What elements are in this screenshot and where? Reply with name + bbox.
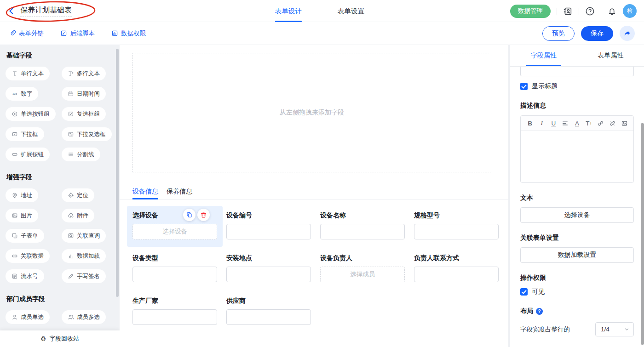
field-input[interactable]: [226, 267, 311, 282]
tab-form-settings[interactable]: 表单设置: [338, 0, 364, 22]
field-picker[interactable]: 选择成员: [320, 267, 405, 282]
palette-field-关联查询[interactable]: 关联查询: [62, 229, 106, 243]
field-input[interactable]: [132, 267, 217, 282]
header-left: 保养计划基础表: [7, 6, 72, 17]
palette-field-日期时间[interactable]: 日期时间: [62, 87, 106, 101]
underline-icon[interactable]: U: [550, 120, 557, 127]
palette-field-地址[interactable]: 地址: [6, 188, 38, 202]
bold-icon[interactable]: B: [526, 120, 534, 127]
palette-field-流水号[interactable]: 流水号: [6, 269, 44, 283]
help-icon[interactable]: [585, 6, 595, 16]
palette-field-下拉框[interactable]: 下拉框: [6, 127, 44, 141]
editor-textarea[interactable]: [521, 131, 633, 182]
palette-field-数字[interactable]: 123数字: [6, 87, 38, 101]
field-label: 设备负责人: [320, 253, 405, 262]
toolbar-link-数据权限[interactable]: 数据权限: [111, 29, 146, 38]
insert-link-icon[interactable]: [597, 120, 604, 127]
sidebar-scrollbar[interactable]: [116, 49, 119, 297]
italic-icon[interactable]: I: [538, 119, 546, 127]
layout-section-title: 布局 ?: [520, 307, 634, 315]
data-manage-button[interactable]: 数据管理: [510, 5, 551, 18]
remove-link-icon[interactable]: [609, 120, 616, 127]
section-title: 部门成员字段: [6, 295, 120, 303]
palette-field-手写签名[interactable]: 手写签名: [62, 269, 106, 283]
tab-maintenance-info[interactable]: 保养信息: [167, 186, 192, 199]
text-icon: [12, 70, 18, 77]
preview-button[interactable]: 预览: [542, 26, 575, 41]
toolbar-link-label: 数据权限: [121, 29, 146, 38]
field-title-input-partial[interactable]: [520, 67, 634, 76]
recycle-label: 字段回收站: [49, 335, 79, 343]
canvas-field-生产厂家[interactable]: 生产厂家: [132, 296, 217, 325]
top-header: 保养计划基础表 表单设计 表单设置 数据管理 检: [0, 0, 644, 22]
save-button[interactable]: 保存: [581, 26, 613, 41]
field-input[interactable]: [320, 224, 405, 239]
palette-field-扩展按钮[interactable]: 扩展按钮: [6, 148, 50, 161]
tab-form-design[interactable]: 表单设计: [275, 0, 302, 22]
width-fraction-select[interactable]: 1/4: [595, 322, 634, 336]
divider: [557, 8, 557, 15]
tab-device-info[interactable]: 设备信息: [132, 186, 158, 199]
canvas-field-设备类型[interactable]: 设备类型: [132, 253, 217, 282]
field-input[interactable]: [226, 224, 311, 239]
palette-field-子表单[interactable]: 子表单: [6, 229, 44, 243]
palette-field-关联数据[interactable]: 关联数据: [6, 249, 50, 263]
field-input[interactable]: [132, 309, 217, 325]
canvas-field-负责人联系方式[interactable]: 负责人联系方式: [414, 253, 499, 282]
palette-field-分割线[interactable]: 分割线: [62, 148, 100, 161]
font-color-icon[interactable]: A: [574, 120, 581, 127]
canvas-field-设备名称[interactable]: 设备名称: [320, 210, 405, 239]
field-recycle-bin[interactable]: ♻ 字段回收站: [0, 330, 120, 347]
tab-form-properties[interactable]: 表单属性: [577, 45, 644, 66]
palette-field-定位[interactable]: 定位: [62, 188, 94, 202]
delete-field-button[interactable]: [197, 209, 210, 221]
form-designer-app: 保养计划基础表 表单设计 表单设置 数据管理 检: [0, 0, 644, 347]
palette-field-下拉复选框[interactable]: 下拉复选框: [62, 127, 112, 141]
select-icon: [12, 131, 18, 137]
align-icon[interactable]: [562, 120, 569, 127]
field-picker[interactable]: 选择设备: [132, 224, 217, 239]
insert-image-icon[interactable]: [621, 120, 628, 127]
canvas-field-安装地点[interactable]: 安装地点: [226, 253, 311, 282]
avatar[interactable]: 检: [623, 4, 637, 18]
canvas-field-设备负责人[interactable]: 设备负责人选择成员: [320, 253, 405, 282]
page-title[interactable]: 保养计划基础表: [20, 6, 72, 17]
select-device-button[interactable]: 选择设备: [520, 207, 634, 223]
visible-checkbox[interactable]: [520, 288, 528, 296]
header-actions: 数据管理 检: [510, 0, 637, 22]
palette-field-多行文本[interactable]: 多行文本: [62, 67, 106, 80]
palette-field-label: 子表单: [21, 232, 38, 240]
palette-field-附件[interactable]: 附件: [62, 209, 94, 222]
canvas-field-设备编号[interactable]: 设备编号: [226, 210, 311, 239]
canvas-field-供应商[interactable]: 供应商: [226, 296, 311, 325]
toolbar-link-后端脚本[interactable]: 后端脚本: [60, 29, 95, 38]
canvas-field-选择设备[interactable]: 选择设备选择设备: [132, 210, 217, 239]
show-title-checkbox[interactable]: [520, 83, 528, 90]
palette-field-成员单选[interactable]: 成员单选: [6, 310, 50, 324]
palette-field-复选框组[interactable]: 复选框组: [62, 107, 106, 121]
share-button[interactable]: [620, 26, 635, 41]
data-load-settings-button[interactable]: 数据加载设置: [520, 247, 634, 263]
field-input[interactable]: [226, 309, 311, 325]
palette-field-单行文本[interactable]: 单行文本: [6, 67, 50, 80]
field-input[interactable]: [414, 224, 499, 239]
drop-zone[interactable]: 从左侧拖拽来添加字段: [132, 53, 491, 172]
bell-icon[interactable]: [607, 6, 617, 16]
font-size-icon[interactable]: TT: [585, 120, 592, 127]
palette-field-成员多选[interactable]: 成员多选: [62, 310, 106, 324]
field-input[interactable]: [414, 267, 499, 282]
tab-field-properties[interactable]: 字段属性: [510, 45, 577, 66]
back-button[interactable]: [7, 7, 16, 15]
toolbar-link-表单外链[interactable]: 表单外链: [9, 29, 44, 38]
canvas-field-规格型号[interactable]: 规格型号: [414, 210, 499, 239]
layout-help-icon[interactable]: ?: [536, 308, 543, 315]
svg-text:123: 123: [12, 92, 17, 95]
contacts-icon[interactable]: [563, 6, 573, 16]
palette-field-单选按钮组[interactable]: 单选按钮组: [6, 107, 56, 121]
window-scrollbar[interactable]: [641, 123, 644, 345]
palette-field-图片[interactable]: 图片: [6, 209, 38, 222]
copy-field-button[interactable]: [183, 209, 196, 221]
palette-field-label: 扩展按钮: [21, 151, 44, 159]
palette-field-数据加载[interactable]: 数据加载: [62, 249, 106, 263]
palette-field-label: 关联查询: [77, 232, 100, 240]
